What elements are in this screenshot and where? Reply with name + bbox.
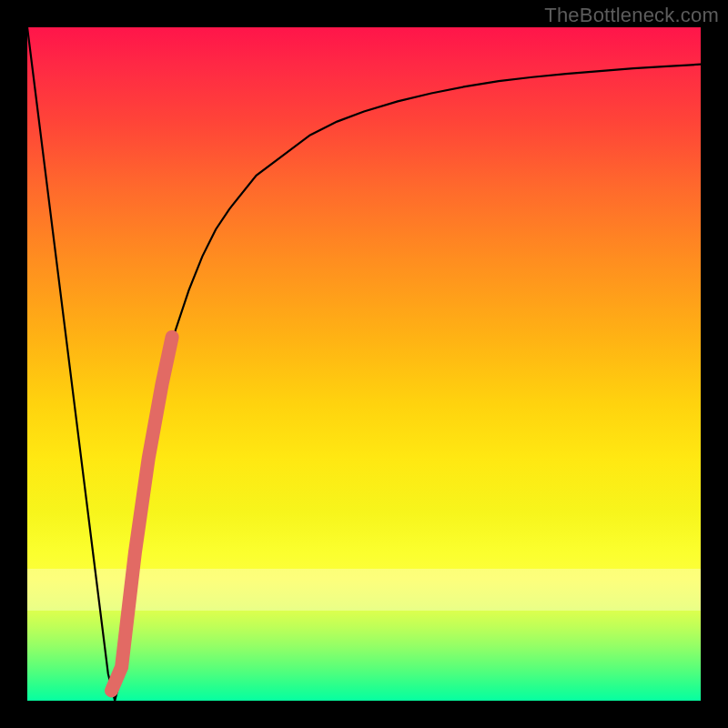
highlight-segment-path <box>112 337 173 691</box>
chart-frame: TheBottleneck.com <box>0 0 728 728</box>
curve-layer <box>27 27 701 701</box>
plot-area <box>27 27 701 701</box>
watermark-text: TheBottleneck.com <box>544 4 719 27</box>
